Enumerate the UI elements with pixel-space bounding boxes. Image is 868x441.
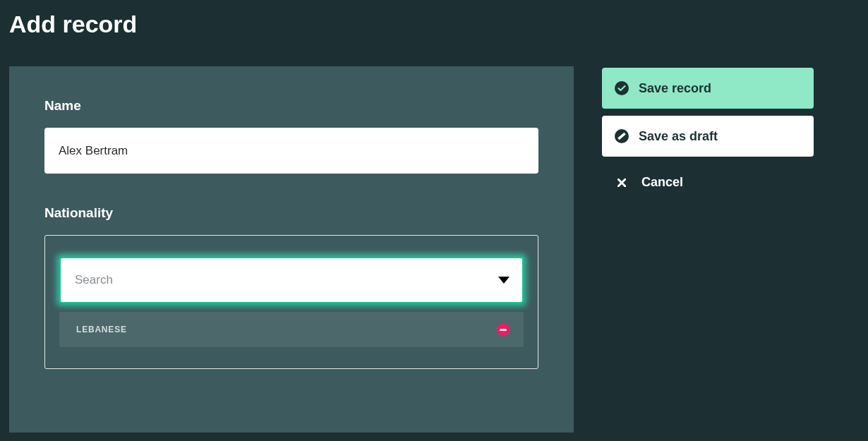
save-record-label: Save record <box>639 81 711 96</box>
do-not-enter-icon <box>615 129 629 143</box>
save-draft-label: Save as draft <box>639 129 718 144</box>
name-input[interactable] <box>44 128 538 174</box>
minus-circle-icon <box>500 329 507 331</box>
save-record-button[interactable]: Save record <box>602 68 814 109</box>
nationality-label: Nationality <box>44 205 538 221</box>
nationality-selected-list: LEBANESE <box>59 312 524 347</box>
form-panel: Name Nationality <box>9 66 574 433</box>
nationality-multiselect: LEBANESE <box>44 235 538 369</box>
nationality-chip: LEBANESE <box>59 312 524 347</box>
nationality-search-input[interactable] <box>59 257 524 303</box>
name-field-group: Name <box>44 98 538 174</box>
close-icon <box>615 179 629 187</box>
cancel-button[interactable]: Cancel <box>602 164 814 201</box>
cancel-label: Cancel <box>641 175 683 190</box>
svg-rect-1 <box>500 329 507 331</box>
page-title: Add record <box>9 11 859 38</box>
remove-chip-button[interactable] <box>497 323 510 336</box>
chip-label: LEBANESE <box>76 325 127 334</box>
save-draft-button[interactable]: Save as draft <box>602 116 814 157</box>
nationality-field-group: Nationality LEBANESE <box>44 205 538 369</box>
check-circle-icon <box>615 81 629 95</box>
action-sidebar: Save record Save as draft Cancel <box>602 66 814 433</box>
name-label: Name <box>44 98 538 114</box>
